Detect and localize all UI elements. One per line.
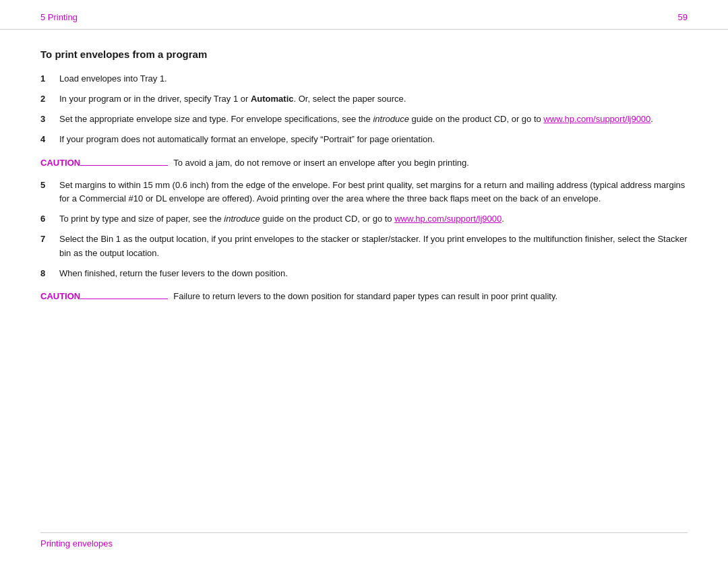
list-item: 2 In your program or in the driver, spec… — [40, 92, 688, 106]
item-number-3: 3 — [40, 113, 59, 126]
list-item: 3 Set the appropriate envelope size and … — [40, 113, 688, 126]
item-text-8: When finished, return the fuser levers t… — [59, 267, 288, 280]
list-item: 1 Load envelopes into Tray 1. — [40, 72, 688, 86]
footer-bar: Printing envelopes — [40, 532, 688, 549]
item-number-8: 8 — [40, 267, 59, 280]
numbered-list-2: 5 Set margins to within 15 mm (0.6 inch)… — [40, 179, 688, 280]
item-text-2: In your program or in the driver, specif… — [59, 92, 406, 106]
list-item: 5 Set margins to within 15 mm (0.6 inch)… — [40, 179, 688, 206]
caution-divider-1 — [80, 165, 168, 166]
section-title: To print envelopes from a program — [40, 49, 688, 60]
item-text-1: Load envelopes into Tray 1. — [59, 72, 167, 86]
item-text-4: If your program does not automatically f… — [59, 133, 435, 146]
page-container: 5 Printing 59 To print envelopes from a … — [0, 0, 728, 562]
item-text-6: To print by type and size of paper, see … — [59, 212, 504, 226]
item-number-6: 6 — [40, 212, 59, 226]
list-item: 6 To print by type and size of paper, se… — [40, 212, 688, 226]
list-item: 7 Select the Bin 1 as the output locatio… — [40, 232, 688, 259]
caution-divider-2 — [80, 299, 168, 299]
list-item: 4 If your program does not automatically… — [40, 133, 688, 146]
caution-label-2: CAUTION — [40, 291, 80, 301]
item-text-3: Set the appropriate envelope size and ty… — [59, 113, 653, 126]
header-page-number: 59 — [678, 12, 688, 22]
item-number-5: 5 — [40, 179, 59, 206]
caution-label-1: CAUTION — [40, 158, 80, 168]
footer-label: Printing envelopes — [40, 538, 113, 549]
header-bar: 5 Printing 59 — [0, 0, 728, 30]
caution-divider-wrapper-1 — [80, 165, 168, 166]
caution-text-1: To avoid a jam, do not remove or insert … — [173, 156, 688, 170]
item-number-4: 4 — [40, 133, 59, 146]
caution-text-2: Failure to return levers to the down pos… — [173, 290, 688, 303]
item-number-7: 7 — [40, 232, 59, 259]
item-number-1: 1 — [40, 72, 59, 86]
caution-block-2: CAUTION Failure to return levers to the … — [40, 290, 688, 303]
content-area: To print envelopes from a program 1 Load… — [0, 30, 728, 339]
link-hp-support-1[interactable]: www.hp.com/support/lj9000 — [543, 114, 650, 124]
caution-block-1: CAUTION To avoid a jam, do not remove or… — [40, 156, 688, 170]
item-text-5: Set margins to within 15 mm (0.6 inch) f… — [59, 179, 688, 206]
item-number-2: 2 — [40, 92, 59, 106]
list-item: 8 When finished, return the fuser levers… — [40, 267, 688, 280]
numbered-list-1: 1 Load envelopes into Tray 1. 2 In your … — [40, 72, 688, 147]
header-chapter: 5 Printing — [40, 12, 78, 22]
caution-divider-wrapper-2 — [80, 299, 168, 299]
link-hp-support-2[interactable]: www.hp.com/support/lj9000 — [394, 214, 502, 224]
item-text-7: Select the Bin 1 as the output location,… — [59, 232, 688, 259]
